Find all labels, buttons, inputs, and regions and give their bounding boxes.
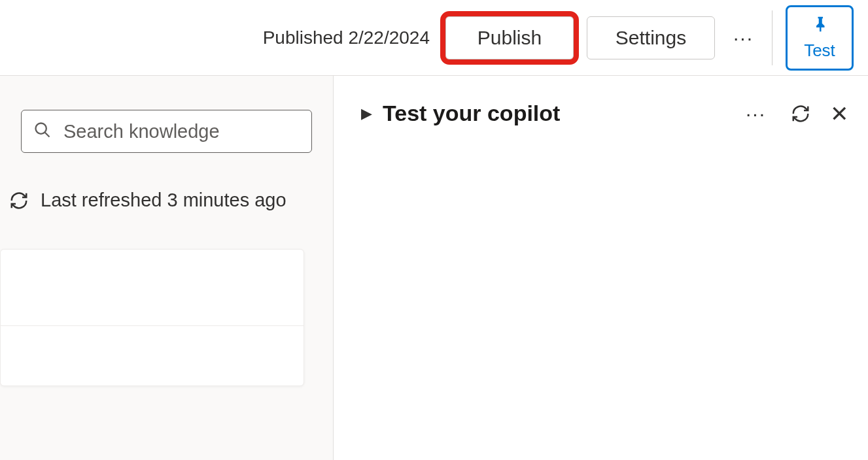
panel-refresh-button[interactable]: [791, 104, 810, 123]
right-panel-actions: ··· ✕: [740, 103, 848, 125]
body-area: Last refreshed 3 minutes ago ▶ Test your…: [0, 75, 868, 460]
knowledge-card[interactable]: [0, 249, 304, 386]
right-panel-title: Test your copilot: [383, 101, 740, 126]
svg-line-1: [45, 133, 50, 137]
more-options-button[interactable]: ···: [728, 27, 759, 49]
published-status: Published 2/22/2024: [263, 27, 430, 48]
top-toolbar: Published 2/22/2024 Publish Settings ···…: [0, 0, 868, 75]
toolbar-divider: [772, 10, 773, 65]
test-button[interactable]: Test: [786, 5, 854, 71]
svg-point-0: [36, 123, 46, 134]
refresh-text: Last refreshed 3 minutes ago: [41, 189, 286, 211]
search-box[interactable]: [21, 110, 312, 153]
settings-button[interactable]: Settings: [587, 16, 715, 59]
refresh-status: Last refreshed 3 minutes ago: [9, 189, 333, 211]
right-panel-header: ▶ Test your copilot ··· ✕: [361, 101, 848, 126]
pin-icon: [810, 14, 829, 37]
search-icon: [33, 121, 52, 142]
panel-close-button[interactable]: ✕: [830, 103, 848, 125]
left-panel: Last refreshed 3 minutes ago: [0, 76, 334, 460]
panel-more-button[interactable]: ···: [740, 103, 771, 125]
publish-button-label: Publish: [477, 27, 542, 49]
settings-button-label: Settings: [616, 27, 686, 49]
expand-caret-icon[interactable]: ▶: [361, 105, 372, 122]
search-input[interactable]: [62, 120, 300, 143]
right-panel: ▶ Test your copilot ··· ✕: [334, 76, 868, 460]
test-button-label: Test: [804, 41, 835, 61]
publish-button[interactable]: Publish: [445, 16, 574, 59]
card-divider: [1, 325, 304, 326]
refresh-icon[interactable]: [9, 191, 29, 210]
